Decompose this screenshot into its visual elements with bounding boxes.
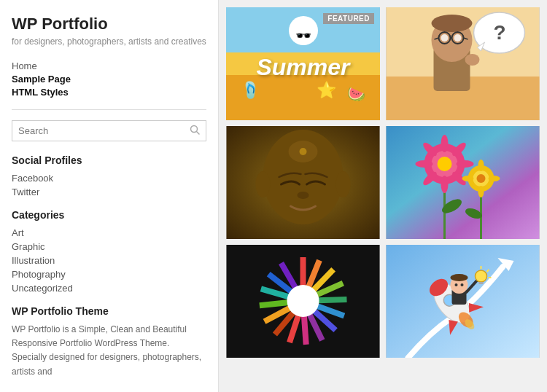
- category-art[interactable]: Art: [12, 227, 206, 238]
- svg-point-9: [441, 34, 449, 42]
- category-illustration[interactable]: Illustration: [12, 254, 206, 266]
- search-box[interactable]: [12, 120, 206, 141]
- categories-title: Categories: [12, 209, 206, 221]
- svg-text:?: ?: [494, 21, 506, 44]
- svg-point-31: [441, 135, 449, 152]
- svg-point-6: [432, 15, 473, 32]
- svg-point-23: [336, 171, 351, 197]
- portfolio-item-summer[interactable]: 🕶️ Summer 🩴 ⭐ 🍉 FEATURED: [226, 7, 380, 120]
- portfolio-item-rocket[interactable]: [386, 245, 540, 358]
- svg-point-17: [465, 54, 480, 66]
- nav-item-home[interactable]: Home: [12, 60, 206, 71]
- social-item-twitter[interactable]: Twitter: [12, 186, 206, 197]
- svg-point-45: [489, 176, 500, 181]
- svg-point-24: [300, 148, 307, 155]
- portfolio-item-flower[interactable]: [386, 126, 540, 239]
- svg-point-10: [454, 34, 462, 42]
- svg-point-81: [287, 285, 319, 317]
- svg-rect-98: [479, 282, 484, 284]
- nav-item-html[interactable]: HTML Styles: [12, 86, 206, 98]
- category-uncategorized[interactable]: Uncategorized: [12, 282, 206, 294]
- svg-point-97: [476, 270, 487, 282]
- svg-point-43: [478, 186, 484, 197]
- svg-point-95: [461, 283, 464, 286]
- site-description: for designers, photographers, artists an…: [12, 36, 206, 47]
- svg-point-41: [477, 174, 486, 183]
- svg-point-42: [478, 160, 484, 171]
- social-item-facebook[interactable]: Facebook: [12, 172, 206, 184]
- theme-title: WP Portfolio Theme: [12, 305, 206, 317]
- site-title: WP Portfolio: [12, 15, 206, 34]
- portfolio-grid: 🕶️ Summer 🩴 ⭐ 🍉 FEATURED: [226, 7, 540, 358]
- svg-point-33: [416, 160, 433, 168]
- divider: [12, 109, 206, 110]
- svg-point-32: [441, 176, 449, 193]
- search-icon: [190, 125, 200, 137]
- category-graphic[interactable]: Graphic: [12, 240, 206, 252]
- svg-point-93: [451, 274, 468, 281]
- nav-item-sample[interactable]: Sample Page: [12, 73, 206, 85]
- svg-point-30: [438, 157, 452, 171]
- svg-point-21: [298, 192, 309, 199]
- main-content: 🕶️ Summer 🩴 ⭐ 🍉 FEATURED: [219, 0, 547, 392]
- svg-point-94: [455, 283, 458, 286]
- sidebar: WP Portfolio for designers, photographer…: [0, 0, 219, 392]
- social-title: Social Profiles: [12, 154, 206, 166]
- categories-list: Art Graphic Illustration Photography Unc…: [12, 227, 206, 294]
- search-input[interactable]: [18, 125, 190, 136]
- category-photography[interactable]: Photography: [12, 268, 206, 280]
- nav-menu: Home Sample Page HTML Styles: [12, 60, 206, 98]
- social-list: Facebook Twitter: [12, 172, 206, 197]
- portfolio-item-buddha[interactable]: [226, 126, 380, 239]
- featured-badge: FEATURED: [323, 13, 374, 24]
- svg-line-1: [197, 132, 200, 135]
- svg-point-34: [457, 160, 474, 168]
- svg-point-22: [256, 171, 271, 197]
- svg-point-44: [462, 176, 474, 181]
- theme-description: WP Portfolio is a Simple, Clean and Beau…: [12, 323, 206, 379]
- portfolio-item-pencils[interactable]: [226, 245, 380, 358]
- portfolio-item-cartoon[interactable]: ?: [386, 7, 540, 120]
